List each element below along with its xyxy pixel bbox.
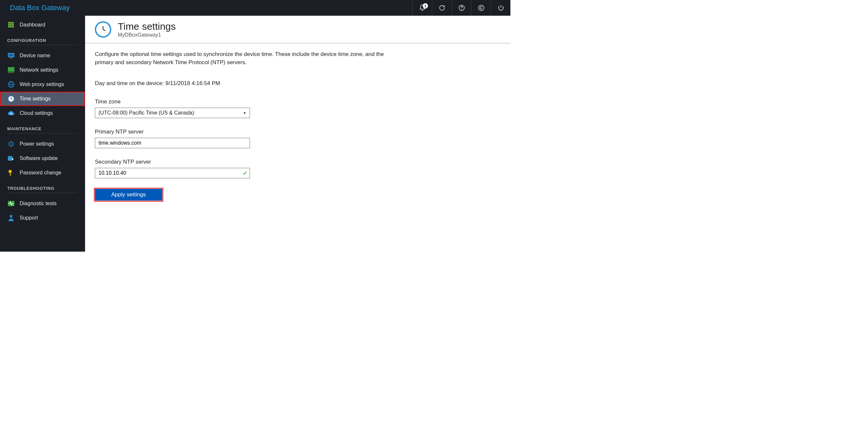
copyright-icon (478, 4, 485, 11)
sidebar-item-power-settings[interactable]: Power settings (0, 137, 85, 151)
sidebar-item-label: Cloud settings (20, 110, 53, 116)
svg-rect-14 (9, 54, 13, 56)
divider (7, 45, 78, 45)
clock-icon (7, 95, 15, 103)
svg-line-42 (103, 29, 105, 31)
top-bar: Data Box Gateway 1 (0, 0, 510, 16)
help-button[interactable] (452, 0, 471, 16)
sidebar-item-label: Power settings (20, 141, 54, 147)
sidebar-item-diagnostic-tests[interactable]: Diagnostic tests (0, 196, 85, 211)
device-time-value: 9/11/2018 4:16:54 PM (165, 80, 220, 86)
sidebar-section-troubleshoot: TROUBLESHOOTING (0, 180, 85, 193)
sidebar-item-label: Web proxy settings (20, 82, 64, 87)
page-description: Configure the optional time settings use… (95, 51, 402, 66)
topbar-actions: 1 (412, 0, 510, 16)
svg-rect-3 (8, 22, 10, 24)
svg-rect-17 (10, 72, 11, 73)
timezone-value: (UTC-08:00) Pacific Time (US & Canada) (98, 110, 194, 116)
sidebar-item-device-name[interactable]: Device name (0, 49, 85, 63)
sidebar-section-configuration: CONFIGURATION (0, 32, 85, 45)
svg-rect-13 (10, 58, 12, 58)
svg-rect-9 (8, 26, 10, 28)
power-button[interactable] (491, 0, 510, 16)
sidebar-item-label: Password change (20, 170, 61, 176)
update-icon (7, 154, 15, 162)
timezone-select[interactable]: (UTC-08:00) Pacific Time (US & Canada) ▼ (95, 108, 250, 118)
secondary-ntp-group: Secondary NTP server ✓ (95, 159, 402, 178)
svg-line-34 (13, 142, 13, 142)
refresh-button[interactable] (432, 0, 452, 16)
svg-rect-18 (12, 72, 13, 73)
sidebar-item-label: Device name (20, 53, 50, 59)
key-icon (7, 169, 15, 177)
person-icon (7, 214, 15, 222)
sidebar-item-label: Support (20, 215, 38, 221)
sidebar: Dashboard CONFIGURATION Device name Netw… (0, 16, 85, 252)
refresh-icon (438, 4, 445, 11)
timezone-group: Time zone (UTC-08:00) Pacific Time (US &… (95, 98, 402, 118)
device-icon (7, 52, 15, 60)
page-title: Time settings (118, 21, 176, 32)
main-content: Time settings MyDBoxGateway1 Configure t… (85, 16, 510, 252)
svg-rect-35 (8, 156, 12, 161)
svg-point-2 (478, 5, 484, 11)
svg-rect-5 (12, 22, 14, 24)
notification-badge: 1 (423, 3, 428, 8)
cloud-gear-icon (7, 109, 15, 117)
svg-rect-8 (12, 24, 14, 26)
svg-line-32 (13, 146, 13, 146)
svg-rect-15 (8, 67, 14, 72)
timezone-label: Time zone (95, 98, 402, 105)
sidebar-item-label: Network settings (20, 67, 58, 73)
check-icon: ✓ (243, 170, 247, 177)
svg-point-36 (8, 170, 12, 173)
copyright-button[interactable] (471, 0, 491, 16)
sidebar-item-network-settings[interactable]: Network settings (0, 63, 85, 77)
notifications-button[interactable]: 1 (412, 0, 432, 16)
sidebar-item-password-change[interactable]: Password change (0, 165, 85, 180)
svg-rect-37 (10, 173, 10, 176)
sidebar-item-time-settings[interactable]: Time settings (0, 92, 85, 106)
divider (7, 193, 78, 193)
primary-ntp-input[interactable] (95, 138, 250, 148)
sidebar-item-label: Software update (20, 155, 58, 161)
clock-icon (95, 21, 111, 38)
svg-rect-4 (10, 22, 12, 24)
svg-line-33 (9, 146, 9, 146)
secondary-ntp-label: Secondary NTP server (95, 159, 402, 165)
help-icon (458, 4, 465, 11)
page-header: Time settings MyDBoxGateway1 (85, 16, 510, 44)
page-subtitle: MyDBoxGateway1 (118, 32, 176, 38)
sidebar-item-label: Diagnostic tests (20, 201, 57, 207)
svg-point-26 (9, 142, 13, 146)
device-time-row: Day and time on the device: 9/11/2018 4:… (95, 80, 402, 87)
svg-rect-16 (8, 72, 9, 73)
svg-rect-7 (10, 24, 12, 26)
sidebar-item-software-update[interactable]: Software update (0, 151, 85, 165)
network-icon (7, 66, 15, 74)
app-title: Data Box Gateway (10, 4, 70, 12)
grid-icon (7, 21, 15, 29)
sidebar-item-support[interactable]: Support (0, 211, 85, 225)
gear-icon (7, 140, 15, 148)
page-body: Configure the optional time settings use… (85, 44, 412, 207)
power-icon (497, 4, 504, 11)
primary-ntp-group: Primary NTP server (95, 129, 402, 148)
primary-ntp-label: Primary NTP server (95, 129, 402, 135)
svg-point-40 (10, 215, 12, 218)
globe-icon (7, 81, 15, 88)
sidebar-item-cloud-settings[interactable]: Cloud settings (0, 106, 85, 120)
sidebar-item-dashboard[interactable]: Dashboard (0, 18, 85, 32)
svg-point-1 (461, 9, 462, 9)
sidebar-item-label: Dashboard (20, 22, 45, 28)
secondary-ntp-input[interactable] (95, 168, 250, 178)
svg-rect-38 (10, 175, 11, 175)
svg-rect-6 (8, 24, 10, 26)
apply-settings-button[interactable]: Apply settings (95, 189, 162, 201)
svg-line-31 (9, 142, 9, 142)
sidebar-item-web-proxy[interactable]: Web proxy settings (0, 77, 85, 92)
device-time-label: Day and time on the device: (95, 80, 165, 86)
sidebar-item-label: Time settings (20, 96, 51, 102)
svg-rect-10 (10, 26, 12, 28)
sidebar-section-maintenance: MAINTENANCE (0, 120, 85, 133)
